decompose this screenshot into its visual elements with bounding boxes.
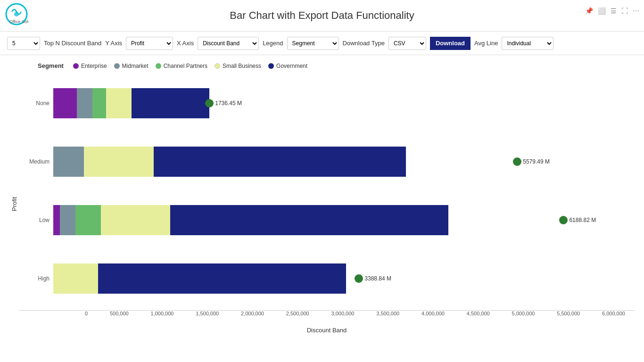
enterprise-dot bbox=[73, 63, 79, 69]
chart-area: Profit None1736.45 MMedium5579.49 MLow61… bbox=[9, 72, 635, 336]
legend-select[interactable]: SegmentCountryProduct bbox=[287, 37, 339, 50]
x-tick: 4,500,000 bbox=[467, 311, 490, 316]
enterprise-label: Enterprise bbox=[81, 63, 107, 69]
x-axis-label: X Axis bbox=[177, 40, 194, 47]
channel-partners-dot bbox=[156, 63, 161, 69]
small-business-dot bbox=[215, 63, 220, 69]
avg-dot-high bbox=[355, 274, 363, 283]
legend-item-small-business: Small Business bbox=[215, 63, 261, 69]
x-tick: 2,000,000 bbox=[241, 311, 264, 316]
download-type-label: Download Type bbox=[343, 40, 385, 47]
more-icon[interactable]: ⋯ bbox=[633, 7, 639, 15]
logo-area: Office Solution bbox=[5, 2, 28, 26]
download-type-select[interactable]: CSVPNGSVGPDF bbox=[388, 37, 426, 50]
x-tick: 1,500,000 bbox=[196, 311, 219, 316]
legend-area: Segment Enterprise Midmarket Channel Par… bbox=[9, 60, 635, 72]
segment-enterprise bbox=[53, 205, 60, 235]
bars-area: None1736.45 MMedium5579.49 MLow6188.82 M… bbox=[19, 72, 635, 310]
x-tick: 0 bbox=[85, 311, 88, 316]
segment-government bbox=[132, 88, 210, 118]
segment-label: Segment bbox=[38, 62, 64, 69]
x-tick: 500,000 bbox=[110, 311, 129, 316]
pin-icon[interactable]: 📌 bbox=[585, 7, 593, 15]
chart-inner: None1736.45 MMedium5579.49 MLow6188.82 M… bbox=[19, 72, 635, 336]
avg-value-medium: 5579.49 M bbox=[523, 158, 550, 165]
legend-item-channel-partners: Channel Partners bbox=[156, 63, 207, 69]
segment-government bbox=[98, 263, 346, 294]
segment-small-business bbox=[53, 263, 98, 294]
midmarket-label: Midmarket bbox=[122, 63, 149, 69]
avg-dot-none bbox=[205, 99, 214, 107]
segment-small-business bbox=[101, 205, 171, 235]
bar-row-low: Low6188.82 M bbox=[24, 199, 611, 241]
bar-label-none: None bbox=[24, 100, 50, 107]
x-tick: 1,000,000 bbox=[151, 311, 174, 316]
x-tick: 3,500,000 bbox=[376, 311, 399, 316]
legend-item-government: Government bbox=[268, 63, 307, 69]
segment-enterprise bbox=[53, 88, 77, 118]
svg-text:Office Solution: Office Solution bbox=[9, 19, 28, 24]
x-ticks: 0500,0001,000,0001,500,0002,000,0002,500… bbox=[54, 311, 625, 316]
x-axis: 0500,0001,000,0001,500,0002,000,0002,500… bbox=[19, 310, 635, 324]
segment-midmarket bbox=[77, 88, 92, 118]
y-axis-select[interactable]: ProfitSalesUnits Sold bbox=[126, 37, 173, 50]
chart-container: Segment Enterprise Midmarket Channel Par… bbox=[0, 55, 644, 362]
x-tick: 5,500,000 bbox=[557, 311, 580, 316]
midmarket-dot bbox=[114, 63, 120, 69]
bar-track-high: 3388.84 M bbox=[53, 260, 611, 297]
segment-small-business bbox=[106, 88, 131, 118]
x-tick: 6,000,000 bbox=[602, 311, 625, 316]
x-tick: 5,000,000 bbox=[512, 311, 535, 316]
bar-track-low: 6188.82 M bbox=[53, 201, 611, 239]
header: Office Solution Bar Chart with Export Da… bbox=[0, 0, 644, 32]
avg-line-label: Avg Line bbox=[474, 40, 498, 47]
segment-midmarket bbox=[60, 205, 75, 235]
government-label: Government bbox=[276, 63, 307, 69]
segment-government bbox=[170, 205, 448, 235]
legend-label: Legend bbox=[263, 40, 283, 47]
avg-value-none: 1736.45 M bbox=[215, 100, 242, 107]
avg-dot-low bbox=[559, 216, 568, 224]
segment-midmarket bbox=[53, 147, 84, 177]
download-button[interactable]: Download bbox=[430, 37, 471, 50]
page-title: Bar Chart with Export Data Functionality bbox=[230, 9, 414, 22]
bar-row-none: None1736.45 M bbox=[24, 82, 611, 124]
y-axis-title: Profit bbox=[9, 72, 19, 336]
x-axis-select[interactable]: Discount BandSegmentCountry bbox=[198, 37, 259, 50]
x-tick: 2,500,000 bbox=[286, 311, 309, 316]
segment-channel-partners bbox=[92, 88, 107, 118]
avg-value-high: 3388.84 M bbox=[364, 275, 391, 282]
segment-small-business bbox=[84, 147, 154, 177]
avg-line-select[interactable]: IndividualOverallNone bbox=[502, 37, 553, 50]
x-tick: 4,000,000 bbox=[421, 311, 445, 316]
bar-track-none: 1736.45 M bbox=[53, 84, 611, 122]
bar-label-low: Low bbox=[24, 217, 50, 223]
x-axis-label: Discount Band bbox=[19, 324, 635, 336]
controls-bar: 5101520 Top N Discount Band Y Axis Profi… bbox=[0, 32, 644, 55]
top-n-band-label: Top N Discount Band bbox=[44, 40, 101, 47]
logo-icon: Office Solution bbox=[5, 2, 28, 26]
legend-item-enterprise: Enterprise bbox=[73, 63, 107, 69]
bar-row-medium: Medium5579.49 M bbox=[24, 140, 611, 183]
filter-icon[interactable]: ☰ bbox=[611, 7, 617, 15]
y-axis-label: Y Axis bbox=[105, 40, 122, 47]
top-n-select[interactable]: 5101520 bbox=[7, 37, 40, 50]
small-business-label: Small Business bbox=[223, 63, 261, 69]
channel-partners-label: Channel Partners bbox=[164, 63, 207, 69]
segment-government bbox=[154, 147, 406, 177]
expand-icon[interactable]: ⛶ bbox=[621, 7, 628, 15]
svg-point-1 bbox=[14, 12, 19, 16]
bar-label-high: High bbox=[24, 275, 50, 282]
bar-row-high: High3388.84 M bbox=[24, 257, 611, 300]
x-tick: 3,000,000 bbox=[331, 311, 355, 316]
bar-label-medium: Medium bbox=[24, 158, 50, 165]
avg-value-low: 6188.82 M bbox=[569, 217, 596, 223]
header-icons: 📌 ⬜ ☰ ⛶ ⋯ bbox=[585, 7, 639, 15]
segment-channel-partners bbox=[75, 205, 100, 235]
bar-track-medium: 5579.49 M bbox=[53, 143, 611, 181]
government-dot bbox=[268, 63, 274, 69]
copy-icon[interactable]: ⬜ bbox=[598, 7, 606, 15]
legend-item-midmarket: Midmarket bbox=[114, 63, 149, 69]
avg-dot-medium bbox=[513, 157, 521, 166]
